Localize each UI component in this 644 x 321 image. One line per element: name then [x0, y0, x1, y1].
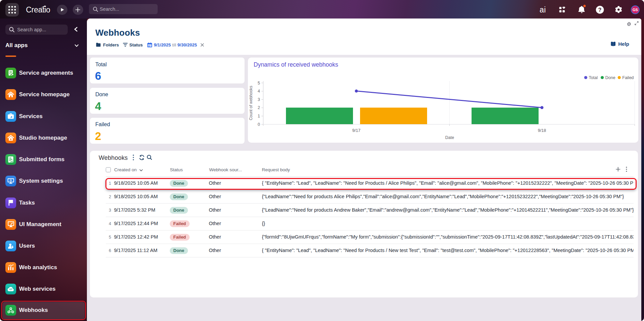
svg-text:Done: Done	[605, 75, 615, 80]
svg-text:4: 4	[258, 89, 260, 94]
svg-text:Total: Total	[589, 75, 598, 80]
svg-text:Failed: Failed	[622, 75, 634, 80]
svg-text:Count of webhooks: Count of webhooks	[249, 86, 253, 120]
svg-text:0: 0	[258, 122, 260, 127]
svg-text:?: ?	[598, 7, 602, 13]
svg-text:2: 2	[258, 105, 260, 110]
svg-text:5: 5	[258, 81, 260, 85]
svg-text:1: 1	[258, 114, 260, 118]
svg-text:Date: Date	[445, 135, 454, 140]
svg-text:9/17: 9/17	[352, 128, 360, 133]
svg-text:9/18: 9/18	[538, 128, 546, 133]
svg-text:3: 3	[258, 97, 260, 102]
